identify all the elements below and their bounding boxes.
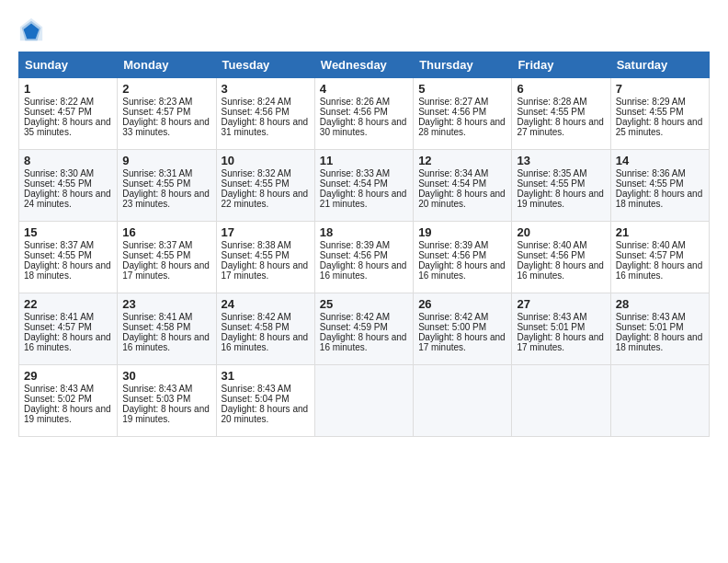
day-number: 25 bbox=[320, 297, 408, 311]
sunset: Sunset: 4:56 PM bbox=[418, 107, 486, 117]
calendar-cell: 15Sunrise: 8:37 AMSunset: 4:55 PMDayligh… bbox=[19, 222, 118, 293]
day-number: 19 bbox=[418, 225, 506, 239]
day-number: 27 bbox=[517, 297, 605, 311]
sunrise: Sunrise: 8:26 AM bbox=[320, 97, 390, 107]
daylight: Daylight: 8 hours and 19 minutes. bbox=[24, 404, 111, 424]
daylight: Daylight: 8 hours and 25 minutes. bbox=[616, 117, 703, 137]
sunrise: Sunrise: 8:41 AM bbox=[122, 312, 192, 322]
daylight: Daylight: 8 hours and 21 minutes. bbox=[320, 189, 407, 209]
daylight: Daylight: 8 hours and 35 minutes. bbox=[24, 117, 111, 137]
sunrise: Sunrise: 8:42 AM bbox=[320, 312, 390, 322]
sunset: Sunset: 4:56 PM bbox=[320, 250, 388, 260]
day-header: Saturday bbox=[610, 52, 709, 78]
day-number: 13 bbox=[517, 154, 605, 167]
calendar-cell: 24Sunrise: 8:42 AMSunset: 4:58 PMDayligh… bbox=[216, 293, 314, 365]
sunrise: Sunrise: 8:41 AM bbox=[24, 312, 94, 322]
sunset: Sunset: 4:55 PM bbox=[24, 178, 92, 189]
logo bbox=[18, 17, 48, 42]
sunset: Sunset: 4:58 PM bbox=[122, 322, 190, 332]
sunrise: Sunrise: 8:38 AM bbox=[222, 240, 291, 250]
daylight: Daylight: 8 hours and 16 minutes. bbox=[418, 260, 506, 281]
sunset: Sunset: 5:04 PM bbox=[222, 394, 290, 404]
daylight: Daylight: 8 hours and 16 minutes. bbox=[222, 332, 309, 352]
daylight: Daylight: 8 hours and 17 minutes. bbox=[222, 260, 309, 281]
day-number: 31 bbox=[222, 369, 310, 383]
daylight: Daylight: 8 hours and 33 minutes. bbox=[122, 117, 210, 137]
day-header: Sunday bbox=[19, 52, 118, 78]
calendar-cell bbox=[314, 365, 413, 437]
sunrise: Sunrise: 8:43 AM bbox=[222, 384, 291, 394]
calendar-cell: 27Sunrise: 8:43 AMSunset: 5:01 PMDayligh… bbox=[512, 293, 610, 365]
calendar-cell: 21Sunrise: 8:40 AMSunset: 4:57 PMDayligh… bbox=[610, 222, 709, 293]
daylight: Daylight: 8 hours and 17 minutes. bbox=[122, 260, 210, 281]
sunrise: Sunrise: 8:43 AM bbox=[24, 384, 94, 394]
sunset: Sunset: 5:01 PM bbox=[517, 322, 585, 332]
daylight: Daylight: 8 hours and 23 minutes. bbox=[122, 189, 210, 209]
sunrise: Sunrise: 8:42 AM bbox=[418, 312, 488, 322]
calendar-cell: 10Sunrise: 8:32 AMSunset: 4:55 PMDayligh… bbox=[216, 150, 314, 222]
page: SundayMondayTuesdayWednesdayThursdayFrid… bbox=[0, 0, 728, 563]
calendar-week-row: 22Sunrise: 8:41 AMSunset: 4:57 PMDayligh… bbox=[19, 293, 710, 365]
sunset: Sunset: 5:00 PM bbox=[418, 322, 486, 332]
daylight: Daylight: 8 hours and 28 minutes. bbox=[418, 117, 506, 137]
sunrise: Sunrise: 8:34 AM bbox=[418, 168, 488, 178]
daylight: Daylight: 8 hours and 27 minutes. bbox=[517, 117, 604, 137]
sunrise: Sunrise: 8:39 AM bbox=[418, 240, 488, 250]
daylight: Daylight: 8 hours and 19 minutes. bbox=[122, 404, 210, 424]
calendar-cell: 20Sunrise: 8:40 AMSunset: 4:56 PMDayligh… bbox=[512, 222, 610, 293]
calendar-cell: 14Sunrise: 8:36 AMSunset: 4:55 PMDayligh… bbox=[610, 150, 709, 222]
day-number: 1 bbox=[24, 82, 112, 96]
sunrise: Sunrise: 8:30 AM bbox=[24, 168, 94, 178]
daylight: Daylight: 8 hours and 19 minutes. bbox=[517, 189, 604, 209]
calendar-cell: 19Sunrise: 8:39 AMSunset: 4:56 PMDayligh… bbox=[414, 222, 512, 293]
day-number: 28 bbox=[616, 297, 704, 311]
calendar-cell: 4Sunrise: 8:26 AMSunset: 4:56 PMDaylight… bbox=[314, 78, 413, 150]
day-number: 20 bbox=[517, 225, 605, 239]
sunrise: Sunrise: 8:27 AM bbox=[418, 97, 488, 107]
day-header: Friday bbox=[512, 52, 610, 78]
day-header: Monday bbox=[118, 52, 216, 78]
sunrise: Sunrise: 8:24 AM bbox=[222, 97, 291, 107]
calendar-cell: 6Sunrise: 8:28 AMSunset: 4:55 PMDaylight… bbox=[512, 78, 610, 150]
sunset: Sunset: 4:54 PM bbox=[320, 178, 388, 189]
day-number: 24 bbox=[222, 297, 310, 311]
sunset: Sunset: 4:57 PM bbox=[24, 322, 92, 332]
day-number: 21 bbox=[616, 225, 704, 239]
calendar-cell: 28Sunrise: 8:43 AMSunset: 5:01 PMDayligh… bbox=[610, 293, 709, 365]
calendar-cell: 7Sunrise: 8:29 AMSunset: 4:55 PMDaylight… bbox=[610, 78, 709, 150]
sunset: Sunset: 4:57 PM bbox=[616, 250, 684, 260]
day-number: 22 bbox=[24, 297, 112, 311]
day-number: 16 bbox=[122, 225, 210, 239]
daylight: Daylight: 8 hours and 16 minutes. bbox=[320, 260, 407, 281]
day-number: 26 bbox=[418, 297, 506, 311]
daylight: Daylight: 8 hours and 20 minutes. bbox=[222, 404, 309, 424]
sunset: Sunset: 4:55 PM bbox=[122, 250, 190, 260]
daylight: Daylight: 8 hours and 31 minutes. bbox=[222, 117, 309, 137]
sunset: Sunset: 4:55 PM bbox=[122, 178, 190, 189]
sunset: Sunset: 4:55 PM bbox=[517, 178, 585, 189]
day-number: 30 bbox=[122, 369, 210, 383]
sunset: Sunset: 4:56 PM bbox=[222, 107, 290, 117]
sunset: Sunset: 4:55 PM bbox=[616, 107, 684, 117]
sunrise: Sunrise: 8:32 AM bbox=[222, 168, 291, 178]
daylight: Daylight: 8 hours and 16 minutes. bbox=[320, 332, 407, 352]
calendar-cell: 9Sunrise: 8:31 AMSunset: 4:55 PMDaylight… bbox=[118, 150, 216, 222]
sunrise: Sunrise: 8:40 AM bbox=[616, 240, 686, 250]
sunset: Sunset: 5:03 PM bbox=[122, 394, 190, 404]
day-number: 23 bbox=[122, 297, 210, 311]
day-number: 7 bbox=[616, 82, 704, 96]
day-number: 29 bbox=[24, 369, 112, 383]
day-number: 14 bbox=[616, 154, 704, 167]
daylight: Daylight: 8 hours and 16 minutes. bbox=[517, 260, 604, 281]
calendar-cell: 3Sunrise: 8:24 AMSunset: 4:56 PMDaylight… bbox=[216, 78, 314, 150]
daylight: Daylight: 8 hours and 30 minutes. bbox=[320, 117, 407, 137]
calendar-cell: 11Sunrise: 8:33 AMSunset: 4:54 PMDayligh… bbox=[314, 150, 413, 222]
sunset: Sunset: 4:54 PM bbox=[418, 178, 486, 189]
calendar-cell: 8Sunrise: 8:30 AMSunset: 4:55 PMDaylight… bbox=[19, 150, 118, 222]
sunrise: Sunrise: 8:42 AM bbox=[222, 312, 291, 322]
day-number: 2 bbox=[122, 82, 210, 96]
calendar-cell bbox=[414, 365, 512, 437]
sunset: Sunset: 4:57 PM bbox=[122, 107, 190, 117]
day-number: 10 bbox=[222, 154, 310, 167]
day-number: 11 bbox=[320, 154, 408, 167]
